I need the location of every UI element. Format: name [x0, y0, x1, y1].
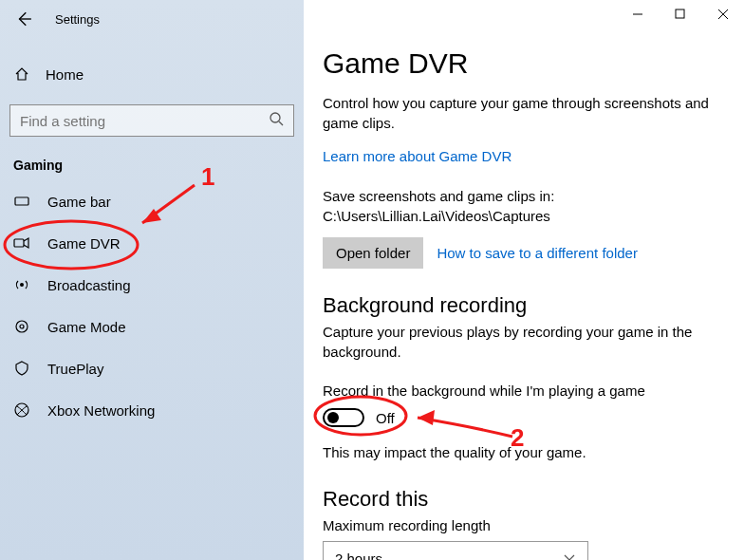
- sidebar-category: Gaming: [13, 158, 304, 173]
- back-button[interactable]: [9, 5, 38, 33]
- sidebar-item-label: Broadcasting: [47, 277, 131, 293]
- broadcasting-icon: [13, 277, 30, 292]
- sidebar-item-xbox-networking[interactable]: Xbox Networking: [0, 389, 304, 431]
- sidebar-item-label: Game bar: [47, 194, 111, 210]
- record-toggle-label: Record in the background while I'm playi…: [323, 383, 725, 399]
- xbox-icon: [13, 402, 30, 418]
- svg-point-5: [20, 325, 24, 328]
- search-box[interactable]: [9, 104, 294, 137]
- svg-rect-1: [15, 197, 28, 205]
- close-button[interactable]: [701, 0, 744, 28]
- bg-recording-heading: Background recording: [323, 293, 725, 318]
- svg-rect-7: [676, 9, 684, 18]
- window-title: Settings: [55, 12, 100, 27]
- game-dvr-icon: [13, 235, 30, 251]
- sidebar-item-game-mode[interactable]: Game Mode: [0, 306, 304, 347]
- sidebar-item-label: Game DVR: [47, 235, 121, 252]
- open-folder-button[interactable]: Open folder: [323, 237, 423, 269]
- page-heading: Game DVR: [323, 47, 725, 80]
- dropdown-value: 2 hours: [335, 551, 382, 561]
- content-pane: Game DVR Control how you capture your ga…: [304, 0, 744, 560]
- sidebar-item-label: Xbox Networking: [47, 402, 155, 419]
- game-mode-icon: [13, 319, 30, 334]
- sidebar-item-game-bar[interactable]: Game bar: [0, 180, 304, 222]
- how-to-save-link[interactable]: How to save to a different folder: [437, 245, 638, 261]
- maximize-button[interactable]: [659, 0, 701, 28]
- titlebar: Settings: [0, 0, 304, 38]
- save-path-text: Save screenshots and game clips in: C:\U…: [323, 186, 725, 226]
- chevron-down-icon: [563, 551, 576, 561]
- sidebar-item-label: TruePlay: [47, 361, 103, 377]
- toggle-state-text: Off: [376, 410, 395, 426]
- sidebar-item-game-dvr[interactable]: Game DVR: [0, 222, 304, 264]
- svg-point-4: [16, 321, 28, 332]
- trueplay-icon: [13, 361, 30, 376]
- svg-point-3: [20, 283, 24, 287]
- home-icon: [13, 66, 30, 82]
- nav-home[interactable]: Home: [0, 55, 304, 93]
- impact-text: This may impact the quality of your game…: [323, 442, 725, 462]
- nav-home-label: Home: [46, 66, 84, 83]
- learn-more-link[interactable]: Learn more about Game DVR: [323, 148, 512, 164]
- page-description: Control how you capture your game throug…: [323, 93, 725, 133]
- bg-recording-desc: Capture your previous plays by recording…: [323, 322, 725, 362]
- svg-point-0: [270, 113, 280, 122]
- search-input[interactable]: [20, 113, 269, 129]
- record-this-heading: Record this: [323, 487, 725, 512]
- record-toggle[interactable]: [323, 408, 364, 427]
- max-length-dropdown[interactable]: 2 hours: [323, 541, 588, 560]
- sidebar-item-trueplay[interactable]: TruePlay: [0, 347, 304, 389]
- sidebar: Settings Home Gaming Game bar Game: [0, 0, 304, 560]
- minimize-button[interactable]: [616, 0, 659, 28]
- sidebar-item-label: Game Mode: [47, 319, 126, 335]
- game-bar-icon: [13, 194, 30, 209]
- search-icon: [269, 111, 284, 130]
- max-length-label: Maximum recording length: [323, 515, 725, 535]
- svg-rect-2: [14, 239, 24, 247]
- sidebar-item-broadcasting[interactable]: Broadcasting: [0, 264, 304, 306]
- window-controls: [616, 0, 744, 28]
- toggle-knob: [327, 412, 339, 423]
